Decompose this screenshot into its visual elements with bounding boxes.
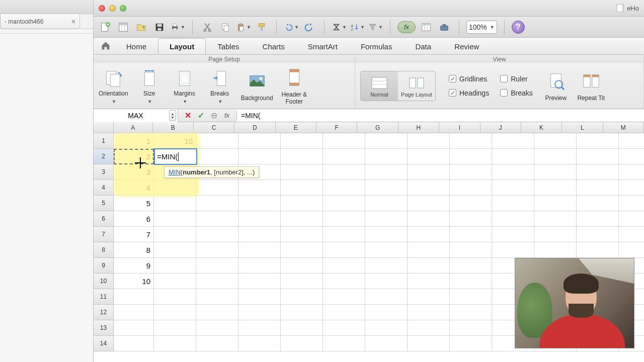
cell[interactable] <box>450 274 492 289</box>
cell[interactable] <box>450 164 492 180</box>
cell[interactable] <box>408 320 450 336</box>
cell[interactable] <box>492 227 534 242</box>
name-box-stepper[interactable]: ▲▼ <box>169 110 176 121</box>
row-header[interactable]: 7 <box>94 227 114 242</box>
cell[interactable] <box>577 242 619 258</box>
cell[interactable]: 3 <box>114 164 154 180</box>
autosum-button[interactable]: ▼ <box>332 20 347 35</box>
cell[interactable] <box>408 133 450 149</box>
cell[interactable] <box>365 164 408 180</box>
cell[interactable] <box>450 149 492 164</box>
cell[interactable]: 7 <box>114 227 154 242</box>
header-footer-button[interactable]: Header & Footer <box>280 67 308 105</box>
column-header[interactable]: L <box>562 122 603 133</box>
save-button[interactable] <box>152 20 167 35</box>
cell[interactable] <box>408 180 450 196</box>
show-formula-builder-button[interactable]: fx <box>397 21 416 33</box>
cell[interactable] <box>196 149 238 164</box>
cell[interactable] <box>365 211 408 227</box>
column-header[interactable]: J <box>480 122 521 133</box>
cell[interactable]: 8 <box>114 242 154 258</box>
cell[interactable] <box>281 196 323 211</box>
orientation-button[interactable]: Orientation ▼ <box>99 68 128 104</box>
cell[interactable] <box>196 196 238 211</box>
cell[interactable] <box>196 133 238 149</box>
cell[interactable] <box>154 227 196 242</box>
cell[interactable] <box>365 133 408 149</box>
cell[interactable] <box>281 305 323 320</box>
toggle-reference-button[interactable] <box>419 20 434 35</box>
row-header[interactable]: 4 <box>94 180 114 196</box>
accept-formula-button[interactable]: ✓ <box>196 111 205 120</box>
cell[interactable] <box>408 196 450 211</box>
cell[interactable] <box>281 227 323 242</box>
cell[interactable] <box>492 180 534 196</box>
cell[interactable] <box>323 336 365 351</box>
cell[interactable] <box>154 305 196 320</box>
cell[interactable] <box>365 196 408 211</box>
cell[interactable] <box>323 320 365 336</box>
row-header[interactable]: 9 <box>94 258 114 274</box>
tooltip-fn-link[interactable]: MIN <box>169 168 181 176</box>
cell[interactable] <box>196 274 238 289</box>
cell[interactable] <box>238 149 281 164</box>
cell[interactable] <box>238 180 281 196</box>
cell[interactable] <box>196 336 238 351</box>
cell[interactable] <box>619 196 644 211</box>
cell[interactable] <box>323 180 365 196</box>
cell[interactable] <box>238 289 281 305</box>
cell[interactable] <box>492 133 534 149</box>
cell[interactable] <box>281 274 323 289</box>
row-header[interactable]: 13 <box>94 320 114 336</box>
undo-button[interactable]: ▼ <box>284 20 299 35</box>
browser-tab[interactable]: - mantooth466 ✕ <box>0 14 80 29</box>
cell[interactable]: 9 <box>114 258 154 274</box>
view-normal-option[interactable]: Normal <box>361 71 398 101</box>
background-button[interactable]: Background <box>241 70 273 102</box>
row-header[interactable]: 11 <box>94 289 114 305</box>
print-button[interactable]: ▼ <box>170 20 185 35</box>
cell[interactable] <box>114 336 154 351</box>
cell[interactable] <box>619 180 644 196</box>
cell[interactable] <box>196 242 238 258</box>
cell[interactable] <box>408 149 450 164</box>
zoom-selector[interactable]: 100%▼ <box>466 21 497 34</box>
cell[interactable] <box>114 305 154 320</box>
cell[interactable] <box>238 196 281 211</box>
cell[interactable] <box>408 289 450 305</box>
ribbon-tab-formulas[interactable]: Formulas <box>349 38 404 54</box>
cell[interactable] <box>154 180 196 196</box>
cell[interactable] <box>619 149 644 164</box>
cell[interactable] <box>323 274 365 289</box>
cell[interactable] <box>281 320 323 336</box>
row-header[interactable]: 10 <box>94 274 114 289</box>
cell[interactable] <box>450 320 492 336</box>
cell[interactable] <box>408 242 450 258</box>
ruler-checkbox[interactable]: Ruler <box>500 75 533 83</box>
cell[interactable] <box>114 320 154 336</box>
cell[interactable] <box>408 227 450 242</box>
cell[interactable] <box>619 242 644 258</box>
new-workbook-button[interactable] <box>98 20 113 35</box>
cell[interactable] <box>534 133 577 149</box>
cell[interactable] <box>238 258 281 274</box>
cell[interactable] <box>154 196 196 211</box>
cell[interactable] <box>281 336 323 351</box>
cell[interactable]: 5 <box>114 196 154 211</box>
cell[interactable] <box>281 133 323 149</box>
cell[interactable] <box>492 211 534 227</box>
cell[interactable] <box>450 242 492 258</box>
cancel-formula-button[interactable]: ✕ <box>183 111 192 120</box>
editing-cell[interactable]: =MIN( <box>154 148 197 165</box>
cell[interactable] <box>450 258 492 274</box>
view-mode-toggle[interactable]: Normal Page Layout <box>360 71 436 101</box>
cell[interactable] <box>196 320 238 336</box>
cell[interactable] <box>450 133 492 149</box>
open-button[interactable] <box>134 20 149 35</box>
cell[interactable] <box>365 289 408 305</box>
cell[interactable] <box>577 211 619 227</box>
paste-button[interactable]: ▼ <box>236 20 251 35</box>
cell[interactable] <box>534 196 577 211</box>
breaks-button[interactable]: Breaks ▼ <box>206 68 234 104</box>
ribbon-tab-layout[interactable]: Layout <box>158 38 206 54</box>
